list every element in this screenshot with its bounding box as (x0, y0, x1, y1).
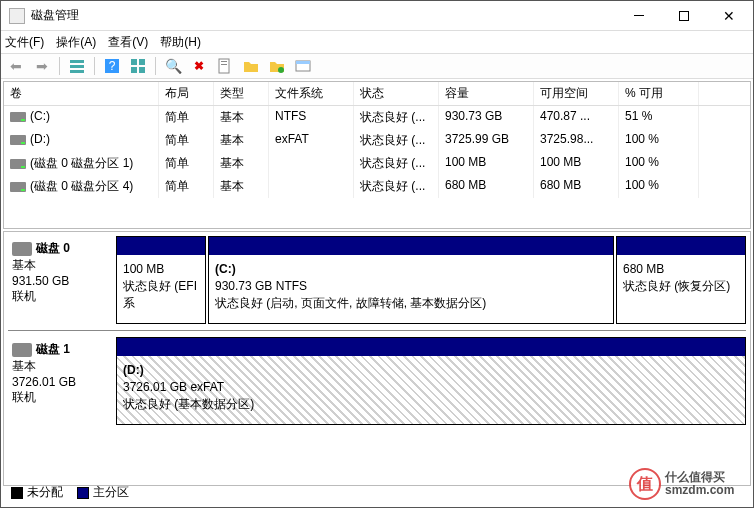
menu-view[interactable]: 查看(V) (108, 34, 148, 51)
partition-d[interactable]: (D:)3726.01 GB exFAT状态良好 (基本数据分区) (116, 337, 746, 425)
disk-icon (12, 343, 32, 357)
col-type[interactable]: 类型 (214, 82, 269, 105)
partition-efi[interactable]: 100 MB状态良好 (EFI 系 (116, 236, 206, 324)
svg-rect-2 (70, 70, 84, 73)
partition-c[interactable]: (C:)930.73 GB NTFS状态良好 (启动, 页面文件, 故障转储, … (208, 236, 614, 324)
menu-action[interactable]: 操作(A) (56, 34, 96, 51)
help-icon[interactable]: ? (101, 55, 123, 77)
volume-row[interactable]: (磁盘 0 磁盘分区 1)简单基本状态良好 (...100 MB100 MB10… (4, 152, 750, 175)
menu-file[interactable]: 文件(F) (5, 34, 44, 51)
volume-icon (10, 159, 26, 169)
col-capacity[interactable]: 容量 (439, 82, 534, 105)
disk-row-1: 磁盘 1 基本 3726.01 GB 联机 (D:)3726.01 GB exF… (8, 337, 746, 431)
minimize-button[interactable] (616, 2, 661, 30)
app-icon (9, 8, 25, 24)
legend-swatch-unallocated (11, 487, 23, 499)
svg-rect-6 (139, 59, 145, 65)
menu-help[interactable]: 帮助(H) (160, 34, 201, 51)
volume-icon (10, 112, 26, 122)
volume-list: 卷 布局 类型 文件系统 状态 容量 可用空间 % 可用 (C:)简单基本NTF… (3, 81, 751, 229)
svg-rect-10 (221, 61, 227, 62)
delete-icon[interactable]: ✖ (188, 55, 210, 77)
svg-rect-5 (131, 59, 137, 65)
folder-icon[interactable] (240, 55, 262, 77)
volume-icon (10, 182, 26, 192)
legend-swatch-primary (77, 487, 89, 499)
close-button[interactable]: ✕ (706, 2, 751, 30)
list-view-icon[interactable] (66, 55, 88, 77)
volume-row[interactable]: (D:)简单基本exFAT状态良好 (...3725.99 GB3725.98.… (4, 129, 750, 152)
menu-bar: 文件(F) 操作(A) 查看(V) 帮助(H) (1, 31, 753, 53)
svg-rect-1 (70, 65, 84, 68)
back-icon[interactable]: ⬅ (5, 55, 27, 77)
svg-rect-0 (70, 60, 84, 63)
svg-rect-11 (221, 64, 227, 65)
svg-rect-14 (296, 61, 310, 64)
volume-icon (10, 135, 26, 145)
toolbar: ⬅ ➡ ? 🔍 ✖ (1, 53, 753, 79)
col-volume[interactable]: 卷 (4, 82, 159, 105)
grid-icon[interactable] (127, 55, 149, 77)
volume-list-header: 卷 布局 类型 文件系统 状态 容量 可用空间 % 可用 (4, 82, 750, 106)
volume-row[interactable]: (磁盘 0 磁盘分区 4)简单基本状态良好 (...680 MB680 MB10… (4, 175, 750, 198)
search-icon[interactable]: 🔍 (162, 55, 184, 77)
title-bar: 磁盘管理 ✕ (1, 1, 753, 31)
properties-icon[interactable] (214, 55, 236, 77)
svg-rect-8 (139, 67, 145, 73)
col-layout[interactable]: 布局 (159, 82, 214, 105)
maximize-button[interactable] (661, 2, 706, 30)
options-icon[interactable] (292, 55, 314, 77)
volume-row[interactable]: (C:)简单基本NTFS状态良好 (...930.73 GB470.87 ...… (4, 106, 750, 129)
disk-row-0: 磁盘 0 基本 931.50 GB 联机 100 MB状态良好 (EFI 系 (… (8, 236, 746, 331)
col-filesystem[interactable]: 文件系统 (269, 82, 354, 105)
disk-icon (12, 242, 32, 256)
forward-icon[interactable]: ➡ (31, 55, 53, 77)
svg-point-12 (278, 67, 284, 73)
col-free[interactable]: 可用空间 (534, 82, 619, 105)
partition-recovery[interactable]: 680 MB状态良好 (恢复分区) (616, 236, 746, 324)
col-percent[interactable]: % 可用 (619, 82, 699, 105)
graphical-view: 磁盘 0 基本 931.50 GB 联机 100 MB状态良好 (EFI 系 (… (3, 231, 751, 486)
col-status[interactable]: 状态 (354, 82, 439, 105)
refresh-folder-icon[interactable] (266, 55, 288, 77)
svg-text:?: ? (109, 59, 116, 73)
window-title: 磁盘管理 (31, 7, 616, 24)
legend: 未分配 主分区 (11, 484, 129, 501)
disk-label[interactable]: 磁盘 0 基本 931.50 GB 联机 (8, 236, 116, 324)
svg-rect-7 (131, 67, 137, 73)
disk-label[interactable]: 磁盘 1 基本 3726.01 GB 联机 (8, 337, 116, 425)
watermark: 值 什么值得买smzdm.com (629, 465, 749, 503)
